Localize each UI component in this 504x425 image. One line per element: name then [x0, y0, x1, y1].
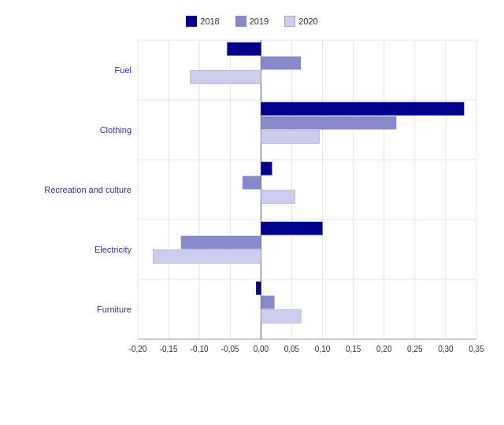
svg-text:-0,20: -0,20 — [129, 345, 147, 353]
svg-text:-0,15: -0,15 — [160, 345, 178, 353]
svg-text:Recreation and culture: Recreation and culture — [44, 185, 132, 194]
legend-label-2019: 2019 — [250, 17, 269, 26]
svg-rect-41 — [261, 222, 322, 235]
svg-rect-36 — [261, 162, 272, 176]
svg-text:Clothing: Clothing — [100, 125, 132, 135]
legend-item-2018: 2018 — [186, 16, 219, 27]
legend-swatch-2020 — [284, 16, 295, 27]
svg-text:-0,10: -0,10 — [191, 345, 209, 353]
svg-text:0,10: 0,10 — [315, 345, 331, 353]
svg-text:Electricity: Electricity — [94, 245, 132, 254]
svg-rect-33 — [261, 131, 319, 144]
svg-text:0,20: 0,20 — [376, 345, 392, 353]
svg-rect-28 — [190, 71, 261, 84]
svg-text:0,30: 0,30 — [438, 345, 454, 353]
svg-text:Fuel: Fuel — [115, 65, 132, 75]
svg-text:0,05: 0,05 — [284, 345, 300, 353]
legend-label-2018: 2018 — [200, 17, 219, 26]
svg-rect-46 — [256, 282, 261, 295]
svg-rect-48 — [261, 310, 301, 323]
svg-text:0,25: 0,25 — [407, 345, 423, 353]
svg-text:0,35: 0,35 — [469, 345, 484, 353]
legend-label-2020: 2020 — [298, 17, 317, 26]
legend-item-2019: 2019 — [235, 16, 269, 27]
svg-rect-42 — [181, 236, 261, 249]
chart-svg: -0,20-0,15-0,10-0,050,000,050,100,150,20… — [16, 36, 488, 367]
svg-text:0,15: 0,15 — [346, 345, 361, 353]
legend-swatch-2019 — [235, 16, 246, 27]
svg-text:Furniture: Furniture — [97, 305, 132, 314]
chart-legend: 2018 2019 2020 — [16, 16, 488, 27]
svg-rect-43 — [154, 250, 261, 264]
svg-text:-0,05: -0,05 — [221, 345, 239, 353]
svg-rect-27 — [261, 57, 301, 70]
legend-swatch-2018 — [186, 16, 197, 27]
svg-rect-26 — [227, 42, 261, 56]
chart-container: 2018 2019 2020 -0,20-0,15-0,10-0,050,000… — [0, 0, 504, 425]
chart-area: -0,20-0,15-0,10-0,050,000,050,100,150,20… — [16, 36, 488, 367]
svg-text:0,00: 0,00 — [254, 345, 269, 353]
svg-rect-32 — [261, 116, 396, 130]
svg-rect-31 — [261, 102, 464, 116]
svg-rect-37 — [243, 176, 261, 190]
legend-item-2020: 2020 — [284, 16, 317, 27]
svg-rect-38 — [261, 190, 295, 204]
svg-rect-47 — [261, 296, 274, 309]
